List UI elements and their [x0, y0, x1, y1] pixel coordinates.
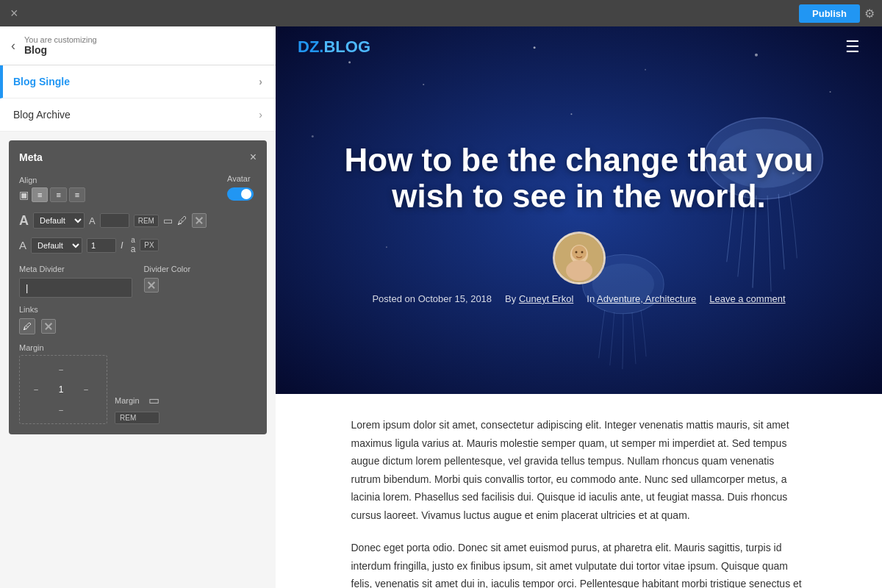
font-size-large-icon: A — [19, 213, 29, 229]
avatar-label: Avatar — [227, 174, 257, 183]
italic-icon: I — [121, 240, 123, 251]
margin-cell-tl — [24, 360, 48, 379]
align-label: Align — [19, 176, 85, 184]
chevron-right-icon: › — [259, 109, 262, 121]
close-button[interactable]: × — [7, 7, 21, 20]
divider-color-clear-icon[interactable] — [144, 278, 159, 293]
monitor-icon: ▭ — [163, 215, 173, 226]
categories-info: In Adventure, Architecture — [587, 293, 696, 304]
author-info: By Cuneyt Erkol — [505, 293, 573, 304]
margin-label-2: Margin — [115, 396, 144, 405]
margin-grid — [24, 360, 98, 419]
link-clear-icon[interactable] — [41, 319, 56, 334]
blog-header: DZ.BLOG ☰ How to be the change that you … — [276, 26, 882, 394]
margin-right-input[interactable] — [79, 385, 93, 393]
margin-cell-center — [49, 380, 73, 398]
svg-point-17 — [566, 260, 592, 281]
divider-section: Meta Divider Divider Color — [19, 262, 257, 305]
meta-panel: Meta × Align ▣ ≡ ≡ ≡ — [9, 140, 267, 434]
categories-link[interactable]: Adventure, Architecture — [597, 293, 696, 304]
align-avatar-row: Align ▣ ≡ ≡ ≡ Avatar — [19, 174, 257, 204]
margin-controls: Margin ▭ REM — [115, 343, 159, 424]
align-section: Align ▣ ≡ ≡ ≡ — [19, 176, 85, 202]
blog-hero-content: How to be the change that you wish to se… — [276, 68, 882, 394]
logo-blog: BLOG — [323, 37, 370, 56]
font-size-small-icon: A — [89, 215, 96, 226]
author-link[interactable]: Cuneyt Erkol — [519, 293, 573, 304]
font-style-select-2[interactable]: Default — [31, 237, 82, 254]
top-bar: × Publish ⚙ — [0, 0, 882, 26]
chevron-right-icon: › — [259, 76, 262, 87]
customizing-label: You are customizing — [24, 35, 97, 44]
author-avatar — [553, 232, 606, 284]
sidebar-item-label: Blog Single — [13, 76, 70, 87]
margin-left-input[interactable] — [29, 385, 43, 393]
font-size-input-1[interactable] — [100, 213, 129, 228]
margin-bottom-input[interactable] — [54, 406, 68, 414]
margin-cell-tr — [74, 360, 98, 379]
publish-button[interactable]: Publish — [799, 4, 860, 23]
links-label: Links — [19, 305, 257, 314]
font-size-input-2[interactable] — [87, 238, 116, 253]
customizer-title: You are customizing Blog — [24, 35, 97, 56]
px-badge: PX — [140, 239, 158, 251]
uppercase-label: a — [131, 236, 135, 244]
align-icon: ▣ — [19, 189, 29, 201]
back-button[interactable]: ‹ — [11, 38, 15, 54]
align-right-button[interactable]: ≡ — [69, 187, 85, 202]
font-controls-row-2: A Default I a a PX — [19, 236, 257, 254]
align-left-button[interactable]: ≡ — [32, 187, 48, 202]
margin-box — [19, 355, 107, 424]
blog-title: How to be the change that you wish to se… — [320, 143, 838, 214]
blog-paragraph-2: Donec eget porta odio. Donec sit amet eu… — [351, 539, 807, 588]
margin-unit-badge: REM — [115, 412, 159, 424]
posted-on: Posted on October 15, 2018 — [372, 293, 492, 304]
blog-nav: DZ.BLOG ☰ — [276, 26, 882, 68]
meta-panel-header: Meta × — [19, 151, 257, 164]
margin-cell-right — [74, 380, 98, 398]
leave-comment-link[interactable]: Leave a comment — [709, 293, 785, 304]
margin-top-label: Margin — [19, 343, 107, 352]
top-bar-right: Publish ⚙ — [799, 4, 875, 23]
align-group: ≡ ≡ ≡ — [32, 187, 85, 202]
rem-badge: REM — [134, 215, 159, 227]
link-icons: 🖊 — [19, 318, 257, 334]
customizer-header: ‹ You are customizing Blog — [0, 26, 276, 65]
margin-section: Margin — [19, 343, 257, 424]
margin-center-input[interactable] — [54, 384, 68, 395]
margin-box-wrapper: Margin — [19, 343, 107, 424]
close-panel-button[interactable]: × — [250, 151, 257, 164]
link-color-icon[interactable]: 🖊 — [19, 318, 35, 334]
margin-top-input[interactable] — [54, 365, 68, 373]
meta-divider-input[interactable] — [19, 278, 132, 298]
avatar-toggle[interactable] — [227, 187, 254, 201]
top-bar-left: × — [7, 7, 21, 20]
sidebar-item-blog-archive[interactable]: Blog Archive › — [0, 98, 276, 132]
meta-panel-title: Meta — [19, 151, 43, 163]
font-style-select-1[interactable]: Default — [33, 212, 85, 229]
meta-divider-col: Meta Divider — [19, 262, 132, 305]
svg-point-20 — [581, 251, 583, 253]
meta-divider-label: Meta Divider — [19, 265, 132, 273]
clear-icon-1[interactable] — [192, 213, 207, 228]
left-panel: ‹ You are customizing Blog Blog Single ›… — [0, 26, 276, 588]
settings-button[interactable]: ⚙ — [864, 7, 875, 21]
right-panel: DZ.BLOG ☰ How to be the change that you … — [276, 26, 882, 588]
hamburger-icon[interactable]: ☰ — [845, 37, 860, 57]
align-center-button[interactable]: ≡ — [50, 187, 66, 202]
margin-cell-bottom — [49, 401, 73, 419]
divider-color-col: Divider Color — [144, 262, 257, 305]
divider-color-label: Divider Color — [144, 265, 257, 273]
blog-content: Lorem ipsum dolor sit amet, consectetur … — [337, 394, 822, 588]
blog-meta-info: Posted on October 15, 2018 By Cuneyt Erk… — [372, 293, 785, 304]
svg-point-19 — [575, 251, 577, 253]
lowercase-label: a — [131, 244, 136, 254]
logo-dz: DZ. — [298, 37, 323, 56]
margin-cell-left — [24, 380, 48, 398]
blog-paragraph-1: Lorem ipsum dolor sit amet, consectetur … — [351, 416, 807, 524]
font-controls-row-1: A Default A REM ▭ 🖊 — [19, 212, 257, 229]
sidebar-item-blog-single[interactable]: Blog Single › — [0, 65, 276, 98]
main-layout: ‹ You are customizing Blog Blog Single ›… — [0, 26, 882, 588]
avatar-section: Avatar — [227, 174, 257, 204]
links-section: Links 🖊 — [19, 305, 257, 334]
